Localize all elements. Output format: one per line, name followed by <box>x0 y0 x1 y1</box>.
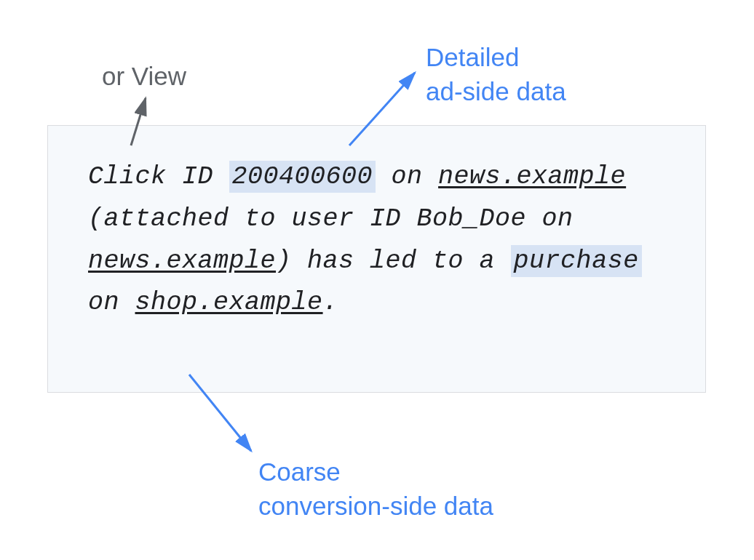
text-part1: Click ID <box>88 162 229 191</box>
text-part6: . <box>323 288 339 317</box>
label-coarse-conversion-side: Coarseconversion-side data <box>258 455 493 524</box>
link-news-example-1: news.example <box>438 162 626 191</box>
label-or-view: or View <box>102 62 186 91</box>
link-shop-example: shop.example <box>135 288 323 317</box>
text-part3: (attached to user ID Bob_Doe on <box>88 204 574 233</box>
diagram-container: or View Detailedad-side data Click ID 20… <box>0 0 754 560</box>
report-text: Click ID 200400600 on news.example (atta… <box>88 156 665 324</box>
label-detailed-ad-side: Detailedad-side data <box>426 40 566 109</box>
text-part4: ) has led to a <box>276 247 511 276</box>
report-box: Click ID 200400600 on news.example (atta… <box>47 125 706 393</box>
text-part5: on <box>88 288 135 317</box>
link-news-example-2: news.example <box>88 247 276 276</box>
highlight-purchase: purchase <box>511 245 642 277</box>
text-part2: on <box>376 162 438 191</box>
highlight-click-id: 200400600 <box>229 161 376 193</box>
